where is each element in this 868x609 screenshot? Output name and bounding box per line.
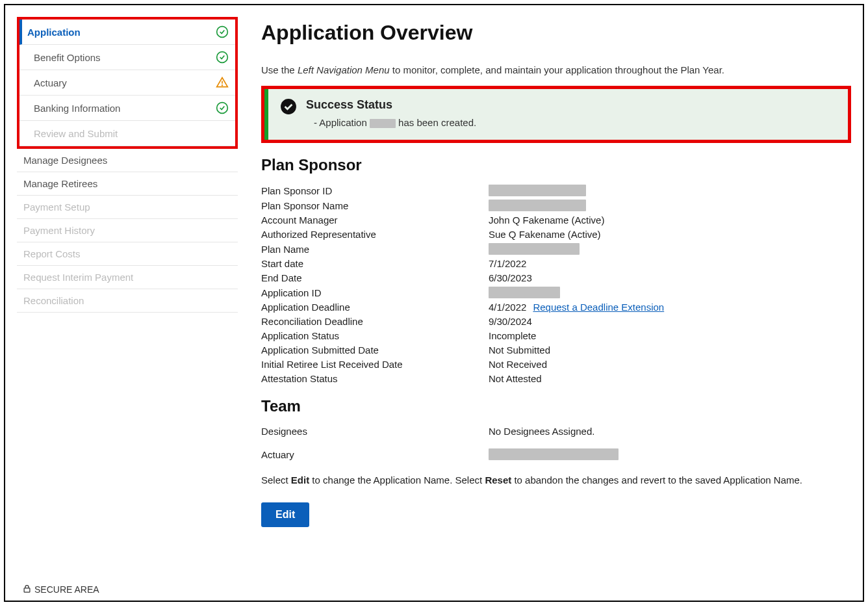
alert-msg-suffix: has been created. (396, 117, 476, 128)
sidebar-item-payment-history: Payment History (17, 219, 238, 242)
row-application-deadline: Application Deadline 4/1/2022 Request a … (261, 302, 851, 313)
redacted-value (370, 119, 396, 128)
edit-button[interactable]: Edit (261, 502, 309, 527)
intro-text: Use the Left Navigation Menu to monitor,… (261, 64, 851, 75)
sidebar-item-label: Application (27, 27, 81, 38)
row-submitted-date: Application Submitted Date Not Submitted (261, 344, 851, 356)
sidebar-item-label: Manage Retirees (23, 178, 97, 189)
sidebar-item-manage-retirees[interactable]: Manage Retirees (17, 172, 238, 196)
field-label: Application Submitted Date (261, 344, 489, 356)
redacted-value (489, 448, 619, 460)
sidebar-item-payment-setup: Payment Setup (17, 196, 238, 219)
field-label: Application Status (261, 330, 489, 341)
field-value: 9/30/2024 (489, 316, 532, 327)
note-bold: Edit (291, 474, 309, 486)
sidebar-item-actuary[interactable]: Actuary (19, 70, 235, 96)
intro-em: Left Navigation Menu (298, 64, 390, 75)
row-reconciliation-deadline: Reconciliation Deadline 9/30/2024 (261, 316, 851, 327)
section-plan-sponsor: Plan Sponsor (261, 156, 851, 174)
sidebar-item-label: Benefit Options (34, 52, 101, 63)
sidebar-item-report-costs: Report Costs (17, 242, 238, 266)
row-authorized-representative: Authorized Representative Sue Q Fakename… (261, 229, 851, 240)
redacted-value (489, 200, 586, 211)
note-text: Select (261, 474, 291, 486)
alert-msg-prefix: Application (319, 117, 370, 128)
field-value: 6/30/2023 (489, 272, 532, 283)
row-plan-sponsor-name: Plan Sponsor Name (261, 200, 851, 211)
field-label: Start date (261, 258, 489, 269)
row-application-id: Application ID (261, 287, 851, 298)
sidebar-item-label: Report Costs (23, 248, 81, 259)
check-circle-icon (216, 101, 229, 114)
field-label: Attestation Status (261, 373, 489, 384)
sidebar-highlight: Application Benefit Options Actuary (17, 17, 238, 149)
sidebar-item-label: Manage Designees (23, 155, 107, 166)
lock-icon (22, 584, 32, 595)
sidebar-item-request-interim-payment: Request Interim Payment (17, 266, 238, 289)
row-start-date: Start date 7/1/2022 (261, 258, 851, 269)
svg-point-0 (217, 27, 228, 38)
intro-prefix: Use the (261, 64, 298, 75)
field-value: 7/1/2022 (489, 258, 526, 269)
field-value: John Q Fakename (Active) (489, 214, 604, 226)
note-text: to change the Application Name. Select (309, 474, 485, 486)
sidebar-item-reconciliation: Reconciliation (17, 289, 238, 313)
sidebar-item-label: Payment History (23, 225, 95, 236)
field-label: End Date (261, 272, 489, 283)
sidebar: Application Benefit Options Actuary (17, 17, 238, 527)
field-value: 4/1/2022 (489, 302, 526, 313)
row-attestation-status: Attestation Status Not Attested (261, 373, 851, 384)
alert-highlight: Success Status Application has been crea… (261, 86, 851, 143)
footer-text: SECURE AREA (34, 584, 99, 595)
sidebar-item-label: Banking Information (34, 103, 120, 114)
row-account-manager: Account Manager John Q Fakename (Active) (261, 214, 851, 226)
check-circle-filled-icon (280, 98, 297, 118)
note-text: to abandon the changes and revert to the… (511, 474, 802, 486)
secure-area-indicator: SECURE AREA (22, 584, 99, 595)
field-value: Incomplete (489, 330, 536, 341)
row-retiree-list-date: Initial Retiree List Received Date Not R… (261, 359, 851, 370)
sidebar-item-label: Reconciliation (23, 295, 84, 306)
field-label: Authorized Representative (261, 229, 489, 240)
redacted-value (489, 287, 560, 298)
sidebar-item-benefit-options[interactable]: Benefit Options (19, 45, 235, 70)
sidebar-item-label: Review and Submit (34, 128, 118, 139)
sidebar-item-label: Payment Setup (23, 201, 90, 213)
field-label: Initial Retiree List Received Date (261, 359, 489, 370)
row-plan-sponsor-id: Plan Sponsor ID (261, 185, 851, 196)
intro-suffix: to monitor, complete, and maintain your … (390, 64, 724, 75)
row-designees: Designees No Designees Assigned. (261, 426, 851, 437)
deadline-extension-link[interactable]: Request a Deadline Extension (533, 302, 664, 313)
warning-triangle-icon (216, 76, 229, 89)
success-alert: Success Status Application has been crea… (264, 89, 848, 140)
svg-point-4 (222, 85, 223, 86)
field-label: Plan Sponsor Name (261, 200, 489, 211)
field-value: No Designees Assigned. (489, 426, 594, 437)
edit-instructions: Select Edit to change the Application Na… (261, 474, 851, 486)
field-label: Application ID (261, 287, 489, 298)
sidebar-item-manage-designees[interactable]: Manage Designees (17, 149, 238, 172)
field-value: Not Received (489, 359, 547, 370)
redacted-value (489, 243, 580, 255)
field-value: Sue Q Fakename (Active) (489, 229, 601, 240)
svg-point-6 (281, 99, 296, 114)
section-team: Team (261, 397, 851, 415)
row-actuary: Actuary (261, 448, 851, 460)
field-value: Not Submitted (489, 344, 550, 356)
sidebar-item-label: Actuary (34, 77, 67, 88)
check-circle-icon (216, 51, 229, 64)
svg-point-5 (217, 103, 228, 114)
alert-title: Success Status (306, 98, 836, 112)
field-label: Designees (261, 426, 489, 437)
sidebar-item-review-and-submit: Review and Submit (19, 121, 235, 146)
sidebar-item-label: Request Interim Payment (23, 272, 133, 283)
field-label: Application Deadline (261, 302, 489, 313)
field-label: Account Manager (261, 214, 489, 226)
sidebar-item-banking-information[interactable]: Banking Information (19, 96, 235, 121)
sidebar-item-application[interactable]: Application (19, 19, 235, 45)
main-content: Application Overview Use the Left Naviga… (261, 17, 851, 527)
row-plan-name: Plan Name (261, 243, 851, 255)
field-label: Plan Sponsor ID (261, 185, 489, 196)
field-value: Not Attested (489, 373, 542, 384)
redacted-value (489, 185, 586, 196)
